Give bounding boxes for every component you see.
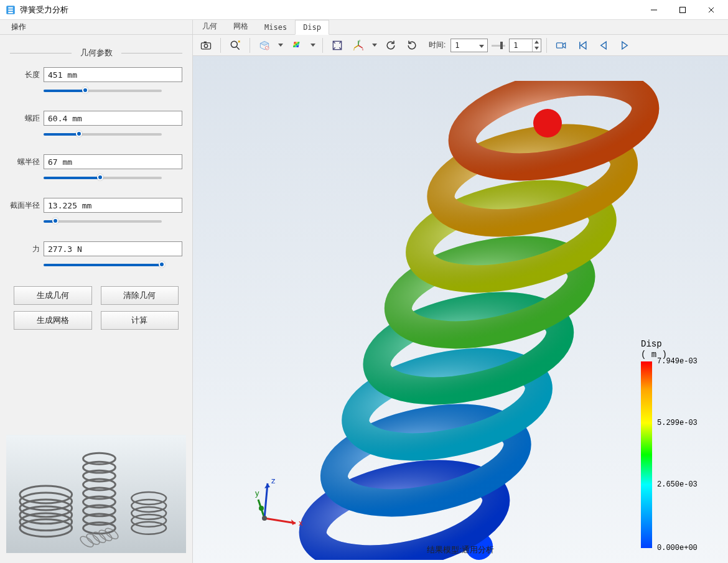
- svg-rect-36: [294, 44, 296, 45]
- svg-rect-46: [557, 42, 563, 47]
- display-mode-button[interactable]: [255, 37, 274, 54]
- pitch-slider[interactable]: [44, 128, 162, 139]
- sidebar-photo: [6, 435, 186, 553]
- rotate-ccw-button[interactable]: [381, 37, 400, 54]
- radius-input[interactable]: [44, 154, 182, 169]
- cross-slider[interactable]: [44, 215, 162, 226]
- svg-rect-39: [293, 45, 296, 47]
- svg-rect-41: [297, 45, 299, 47]
- sidebar: 几何参数 长度 螺距 螺半径: [0, 35, 193, 563]
- svg-text:z: z: [271, 476, 276, 485]
- svg-point-66: [259, 506, 264, 511]
- legend-tick: 5.299e-03: [657, 419, 698, 427]
- spring-render: [261, 81, 660, 560]
- legend-tick: 0.000e+00: [657, 544, 698, 552]
- colormap-dropdown[interactable]: [309, 44, 317, 47]
- first-frame-button[interactable]: [573, 37, 592, 54]
- force-input[interactable]: [44, 241, 182, 256]
- close-button[interactable]: [697, 1, 726, 19]
- generate-mesh-button[interactable]: 生成网格: [14, 311, 92, 330]
- time-spin[interactable]: 1: [509, 39, 541, 52]
- cross-label: 截面半径: [10, 200, 44, 211]
- pitch-input[interactable]: [44, 111, 182, 126]
- rotate-cw-button[interactable]: [403, 37, 421, 54]
- window-title: 弹簧受力分析: [20, 4, 640, 16]
- legend-tick: 2.650e-03: [657, 480, 698, 489]
- length-input[interactable]: [44, 67, 182, 82]
- app-icon: [5, 4, 16, 16]
- play-button[interactable]: [615, 37, 634, 54]
- svg-point-64: [533, 109, 562, 137]
- prev-frame-button[interactable]: [594, 37, 613, 54]
- svg-rect-28: [202, 42, 211, 49]
- svg-point-69: [262, 516, 267, 521]
- svg-rect-37: [295, 44, 297, 45]
- menu-bar: 操作 几何 网格 Mises Disp: [0, 20, 728, 35]
- axis-triad-icon: x y z: [255, 475, 311, 531]
- maximize-button[interactable]: [668, 1, 697, 19]
- svg-rect-35: [297, 42, 300, 44]
- force-label: 力: [10, 244, 44, 254]
- tab-geom[interactable]: 几何: [194, 18, 225, 34]
- colormap-button[interactable]: [287, 37, 306, 54]
- svg-text:y: y: [255, 488, 259, 498]
- svg-rect-34: [296, 42, 298, 44]
- tab-bar: 几何 网格 Mises Disp: [193, 20, 728, 34]
- radius-slider[interactable]: [44, 172, 162, 183]
- svg-text:x: x: [299, 518, 303, 528]
- length-slider[interactable]: [44, 85, 162, 96]
- force-slider[interactable]: [44, 259, 162, 270]
- record-button[interactable]: [552, 37, 571, 54]
- svg-rect-30: [204, 41, 207, 43]
- axes-view-button[interactable]: yxz: [349, 37, 368, 54]
- title-bar: 弹簧受力分析: [0, 0, 728, 20]
- tab-disp[interactable]: Disp: [295, 20, 329, 35]
- time-slider[interactable]: [492, 40, 505, 51]
- svg-text:y: y: [359, 39, 361, 42]
- viewport-toolbar: yxz 时间: 1 1: [193, 35, 728, 56]
- svg-text:x: x: [362, 47, 364, 50]
- tab-mesh[interactable]: 网格: [225, 18, 256, 34]
- axes-view-dropdown[interactable]: [370, 44, 379, 47]
- legend-tick: 7.949e-03: [657, 357, 698, 366]
- compute-button[interactable]: 计算: [101, 311, 179, 330]
- menu-operate[interactable]: 操作: [5, 20, 32, 34]
- generate-geom-button[interactable]: 生成几何: [14, 286, 92, 305]
- svg-rect-40: [295, 45, 297, 47]
- time-combo[interactable]: 1: [450, 39, 488, 52]
- svg-point-29: [204, 44, 208, 48]
- zoom-button[interactable]: [226, 37, 245, 54]
- color-legend: Disp( m ) 7.949e-035.299e-032.650e-030.0…: [641, 339, 709, 548]
- sidebar-title: 几何参数: [72, 47, 121, 58]
- screenshot-button[interactable]: [197, 37, 215, 54]
- svg-point-31: [231, 41, 237, 47]
- clear-geom-button[interactable]: 清除几何: [101, 286, 179, 305]
- radius-label: 螺半径: [10, 157, 44, 167]
- tab-mises[interactable]: Mises: [256, 20, 295, 34]
- minimize-button[interactable]: [640, 1, 668, 19]
- length-label: 长度: [10, 70, 44, 80]
- cross-input[interactable]: [44, 198, 182, 213]
- display-mode-dropdown[interactable]: [276, 44, 285, 47]
- pitch-label: 螺距: [10, 113, 44, 124]
- fit-view-button[interactable]: [328, 37, 347, 54]
- svg-rect-38: [297, 44, 299, 45]
- viewport-canvas[interactable]: x y z 结果模型:通用分析 Disp( m ) 7.949e-035.299…: [193, 56, 728, 563]
- svg-rect-1: [680, 7, 686, 12]
- svg-rect-33: [294, 42, 296, 44]
- viewport-footer-label: 结果模型:通用分析: [427, 544, 494, 556]
- time-label: 时间:: [429, 40, 446, 50]
